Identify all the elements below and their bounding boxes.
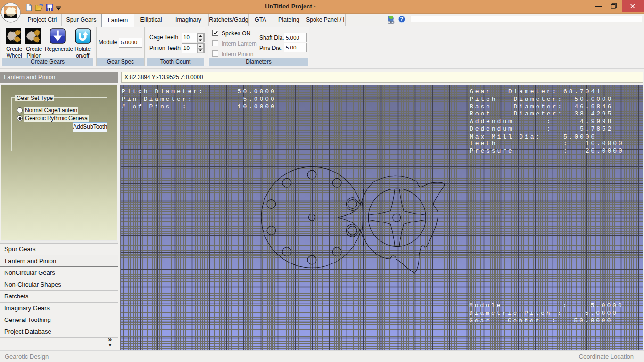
svg-text:Pressure : 20.0000: Pressure : 20.0000 bbox=[470, 148, 624, 155]
svg-text:# of Pins : 10.0000: # of Pins : 10.0000 bbox=[122, 103, 276, 110]
svg-text:Teeth : 10.0000: Teeth : 10.0000 bbox=[470, 140, 624, 147]
svg-text:Module : 5.0000: Module : 5.0000 bbox=[469, 302, 624, 309]
svg-text:Pitch Diameter: 50.0000: Pitch Diameter: 50.0000 bbox=[470, 96, 613, 103]
svg-text:?: ? bbox=[400, 16, 403, 23]
svg-text:Diametric Pitch : 5.0800: Diametric Pitch : 5.0800 bbox=[469, 310, 618, 317]
svg-text:Base Diameter: 46.9846: Base Diameter: 46.9846 bbox=[470, 103, 613, 110]
svg-text:Root Diameter: 38.4295: Root Diameter: 38.4295 bbox=[470, 110, 613, 117]
svg-text:Max Mill Dia: 5.0000: Max Mill Dia: 5.0000 bbox=[470, 133, 596, 140]
svg-text:Gear Diameter: 68.7041: Gear Diameter: 68.7041 bbox=[470, 88, 602, 95]
svg-text:Dedendum : 5.7852: Dedendum : 5.7852 bbox=[470, 125, 613, 132]
svg-text:Pin Diameter: 5.0000: Pin Diameter: 5.0000 bbox=[122, 96, 276, 103]
svg-text:Addendum : 4.9998: Addendum : 4.9998 bbox=[470, 118, 613, 125]
svg-text:Gear Center : 50.0000: Gear Center : 50.0000 bbox=[469, 317, 612, 324]
svg-text:Pitch Diameter: 50.0000: Pitch Diameter: 50.0000 bbox=[122, 88, 276, 95]
